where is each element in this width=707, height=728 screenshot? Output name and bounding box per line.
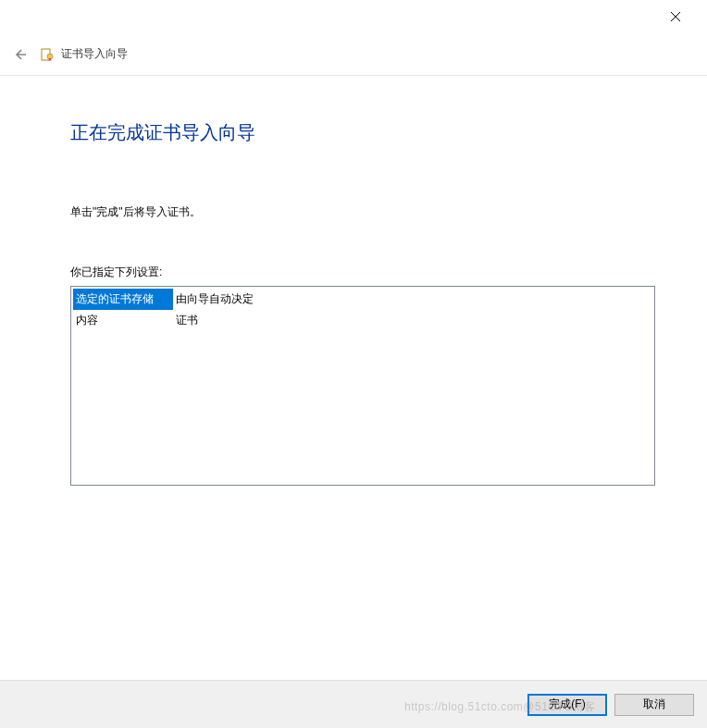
cancel-button[interactable]: 取消	[614, 694, 694, 716]
setting-value: 证书	[173, 310, 261, 331]
page-heading: 正在完成证书导入向导	[70, 120, 655, 145]
back-arrow-icon	[13, 47, 28, 62]
settings-label: 你已指定下列设置:	[70, 265, 655, 280]
settings-listbox[interactable]: 选定的证书存储由向导自动决定内容证书	[70, 286, 655, 486]
setting-name: 选定的证书存储	[73, 289, 173, 310]
instruction-text: 单击"完成"后将导入证书。	[70, 204, 655, 220]
wizard-title: 证书导入向导	[61, 46, 128, 62]
setting-name: 内容	[73, 310, 173, 331]
table-row[interactable]: 选定的证书存储由向导自动决定	[73, 289, 261, 310]
wizard-footer: 完成(F) 取消	[0, 680, 707, 728]
wizard-content: 正在完成证书导入向导 单击"完成"后将导入证书。 你已指定下列设置: 选定的证书…	[0, 76, 707, 504]
close-icon	[670, 11, 681, 22]
finish-button[interactable]: 完成(F)	[527, 694, 607, 716]
certificate-icon	[39, 46, 56, 63]
setting-value: 由向导自动决定	[173, 289, 261, 310]
wizard-header: 证书导入向导	[0, 33, 707, 76]
titlebar	[0, 0, 707, 33]
close-button[interactable]	[661, 2, 690, 31]
settings-table: 选定的证书存储由向导自动决定内容证书	[73, 289, 261, 331]
back-button[interactable]	[7, 42, 33, 68]
table-row[interactable]: 内容证书	[73, 310, 261, 331]
